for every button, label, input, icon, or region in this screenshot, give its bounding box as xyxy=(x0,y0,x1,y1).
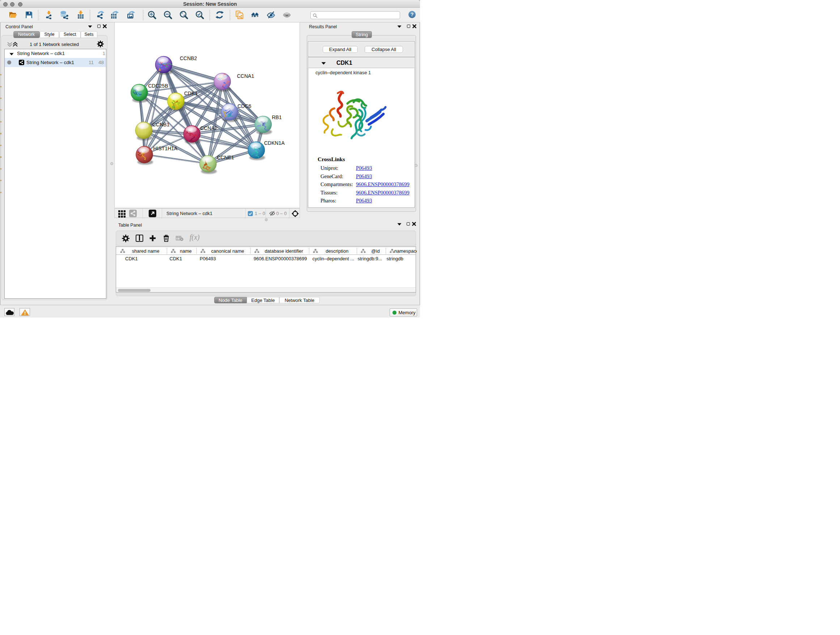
svg-text:CCNA1: CCNA1 xyxy=(237,73,254,79)
svg-text:CCNB2: CCNB2 xyxy=(180,55,197,61)
svg-text:CCNB1: CCNB1 xyxy=(152,122,170,127)
svg-text:CDKN1A: CDKN1A xyxy=(264,140,285,146)
svg-text:HIST1H1A: HIST1H1A xyxy=(153,146,178,151)
svg-text:CDK1: CDK1 xyxy=(184,90,198,96)
svg-text:CCNE1: CCNE1 xyxy=(217,155,234,160)
svg-text:CCNA2: CCNA2 xyxy=(201,125,218,131)
svg-text:CDC25B: CDC25B xyxy=(148,83,168,89)
svg-text:CDC6: CDC6 xyxy=(238,103,251,109)
svg-text:RB1: RB1 xyxy=(272,114,282,120)
